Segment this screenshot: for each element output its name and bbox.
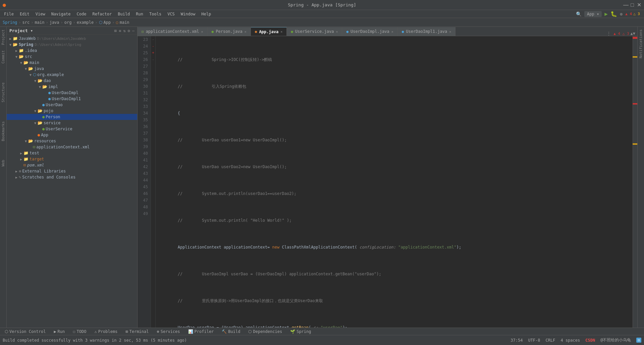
- tab-userdaoimpl[interactable]: ● UserDaoImpl.java ✕: [342, 27, 397, 36]
- tree-item-impl[interactable]: ▼ 📂 impl: [7, 84, 137, 90]
- tree-item-spring[interactable]: ▼ 📂 Spring D:\Users\Admin\Spring: [7, 42, 137, 48]
- notifications-icon[interactable]: Notifications: [639, 29, 643, 58]
- breadcrumb-main[interactable]: main: [35, 20, 45, 25]
- bottom-tab-todo[interactable]: ☐ TODO: [69, 328, 90, 335]
- tree-item-person[interactable]: ● Person: [7, 114, 137, 120]
- tree-item-pojo[interactable]: ▼ 📂 pojo: [7, 108, 137, 114]
- bottom-tab-profiler[interactable]: 📊 Profiler: [185, 328, 217, 335]
- expand-javaweb[interactable]: ▶: [8, 37, 13, 41]
- tab-close-appcontext[interactable]: ✕: [201, 30, 203, 33]
- tree-item-resources[interactable]: ▼ 📂 resources: [7, 138, 137, 144]
- run-button[interactable]: ▶: [604, 11, 608, 17]
- web-icon[interactable]: Web: [1, 160, 5, 166]
- tree-item-app[interactable]: ● App: [7, 132, 137, 138]
- menu-tools[interactable]: Tools: [147, 11, 164, 17]
- menu-run[interactable]: Run: [133, 11, 146, 17]
- menu-help[interactable]: Help: [199, 11, 214, 17]
- bottom-tab-services[interactable]: ⊛ Services: [154, 328, 183, 335]
- sidebar-collapse-icon[interactable]: ≡: [119, 28, 121, 33]
- bottom-tab-versioncontrol[interactable]: ⬡ Version Control: [1, 328, 49, 335]
- bottom-tab-run[interactable]: ▶ Run: [50, 328, 68, 335]
- sidebar-sort-icon[interactable]: ⇅: [123, 28, 125, 33]
- tab-appcontext[interactable]: ⊡ applicationContext.xml ✕: [138, 27, 208, 36]
- expand-idea[interactable]: ▶: [14, 49, 19, 53]
- expand-main[interactable]: ▼: [19, 61, 23, 65]
- tab-close-userservice[interactable]: ✕: [336, 30, 338, 33]
- breadcrumb-src[interactable]: src: [22, 20, 30, 25]
- bottom-tab-build[interactable]: 🔨 Build: [218, 328, 244, 335]
- scroll-up-button[interactable]: ▲: [631, 31, 633, 36]
- breadcrumb-spring[interactable]: Spring: [3, 20, 17, 25]
- expand-impl[interactable]: ▼: [38, 85, 42, 89]
- tree-item-dao[interactable]: ▼ 📂 dao: [7, 78, 137, 84]
- tree-item-userdaoimpl1[interactable]: ● UserDaoImpl1: [7, 96, 137, 102]
- tree-item-javaweb[interactable]: ▶ 📁 JavaWeb D:\Users\Admin\JavaWeb: [7, 36, 137, 42]
- maximize-button[interactable]: □: [630, 3, 635, 7]
- breadcrumb-example[interactable]: example: [77, 20, 94, 25]
- tab-app[interactable]: ● App.java ✕: [251, 27, 287, 36]
- bookmarks-icon[interactable]: Bookmarks: [1, 121, 5, 141]
- breadcrumb-java[interactable]: java: [50, 20, 59, 25]
- tree-item-userdaoimpl[interactable]: ● UserDaoImpl: [7, 90, 137, 96]
- tree-item-java[interactable]: ▼ 📂 java: [7, 66, 137, 72]
- expand-src[interactable]: ▼: [14, 55, 19, 59]
- breadcrumb-org[interactable]: org: [64, 20, 72, 25]
- bottom-tab-problems[interactable]: ⚠ Problems: [91, 328, 121, 335]
- breadcrumb-main2[interactable]: main: [120, 20, 129, 25]
- menu-navigate[interactable]: Navigate: [49, 11, 73, 17]
- expand-resources[interactable]: ▼: [23, 139, 28, 143]
- tree-item-orgexample[interactable]: ▼ ⬡ org.example: [7, 72, 137, 78]
- tree-item-pom[interactable]: ⊡ pom.xml: [7, 162, 137, 168]
- menu-view[interactable]: View: [33, 11, 48, 17]
- menu-edit[interactable]: Edit: [17, 11, 32, 17]
- tree-item-main[interactable]: ▼ 📂 main: [7, 60, 137, 66]
- layout-toggle[interactable]: ⊡: [636, 338, 641, 343]
- menu-refactor[interactable]: Refactor: [90, 11, 114, 17]
- project-icon[interactable]: Project: [1, 29, 5, 45]
- expand-extlibs[interactable]: ▶: [14, 169, 19, 173]
- expand-orgexample[interactable]: ▼: [28, 73, 33, 77]
- expand-spring[interactable]: ▼: [8, 43, 13, 47]
- tab-close-userdaoimpl1[interactable]: ✕: [449, 30, 451, 33]
- tree-item-src[interactable]: ▼ 📂 src: [7, 54, 137, 60]
- search-icon[interactable]: 🔍: [576, 11, 582, 17]
- scroll-down-button[interactable]: ▼: [633, 31, 635, 36]
- breadcrumb-app2[interactable]: App: [104, 20, 111, 25]
- expand-dao[interactable]: ▼: [33, 79, 38, 83]
- menu-code[interactable]: Code: [74, 11, 89, 17]
- tab-close-app[interactable]: ✕: [280, 30, 282, 33]
- sidebar-expand-icon[interactable]: ⊞: [114, 28, 117, 33]
- expand-pojo[interactable]: ▼: [33, 109, 38, 113]
- minimize-button[interactable]: —: [623, 3, 628, 7]
- bottom-tab-dependencies[interactable]: ⬡ Dependencies: [245, 328, 285, 335]
- tree-item-scratches[interactable]: ▶ ✎ Scratches and Consoles: [7, 174, 137, 180]
- sidebar-close-icon[interactable]: —: [132, 28, 135, 33]
- tab-userdaoimpl1[interactable]: ● UserDaoImpl1.java ✕: [398, 27, 455, 36]
- bottom-tab-spring[interactable]: 🌱 Spring: [287, 328, 314, 335]
- tab-close-person[interactable]: ✕: [245, 30, 247, 33]
- tab-close-userdaoimpl[interactable]: ✕: [391, 30, 393, 33]
- code-editor[interactable]: 23 24 25 26 27 28 29 30 31 32 33 34 35 3…: [138, 36, 637, 328]
- debug-button[interactable]: 🐛: [610, 11, 617, 17]
- menu-build[interactable]: Build: [115, 11, 132, 17]
- tab-userservice[interactable]: ● UserService.java ✕: [287, 27, 342, 36]
- tree-item-service[interactable]: ▼ 📂 service: [7, 120, 137, 126]
- expand-test[interactable]: ▶: [19, 151, 23, 155]
- coverage-button[interactable]: ⊛: [620, 11, 623, 17]
- title-bar-controls[interactable]: — □ ✕: [623, 3, 641, 7]
- tab-person[interactable]: ● Person.java ✕: [208, 27, 251, 36]
- expand-target[interactable]: ▶: [19, 157, 23, 161]
- structure-icon[interactable]: Structure: [1, 82, 5, 102]
- tab-more-button[interactable]: ⋮: [607, 31, 611, 36]
- tree-item-target[interactable]: ▶ 📁 target: [7, 156, 137, 162]
- tree-item-userservice[interactable]: ● UserService: [7, 126, 137, 132]
- expand-scratches[interactable]: ▶: [14, 176, 19, 179]
- menu-window[interactable]: Window: [178, 11, 198, 17]
- tree-item-userdao[interactable]: ● UserDao: [7, 102, 137, 108]
- tree-item-extlibs[interactable]: ▶ ≡ External Libraries: [7, 168, 137, 174]
- tree-item-idea[interactable]: ▶ 📁 .idea: [7, 48, 137, 54]
- tree-item-appcontext[interactable]: ⊡ applicationContext.xml: [7, 144, 137, 150]
- close-button[interactable]: ✕: [637, 3, 641, 7]
- expand-java[interactable]: ▼: [23, 67, 28, 71]
- commit-icon[interactable]: Commit: [1, 50, 5, 64]
